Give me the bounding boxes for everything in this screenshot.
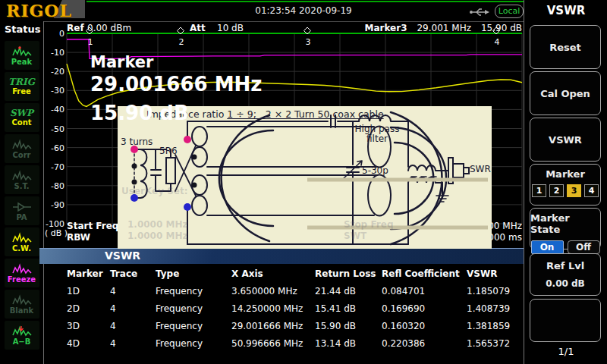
status-item-pa: PA	[5, 196, 39, 225]
svg-text:2: 2	[179, 37, 184, 47]
status-item-peak: Peak	[5, 41, 39, 70]
status-label: Free	[12, 87, 31, 96]
ref-value: 0.00 dBm	[87, 23, 131, 33]
status-label: A−B	[13, 337, 31, 346]
ghost-stop-label: Stop Freq	[344, 219, 393, 230]
on-off-row: On Off	[531, 240, 600, 254]
marker-state-on[interactable]: On	[531, 240, 564, 254]
table-cell: 1.408739	[467, 300, 524, 318]
svg-text:-40: -40	[51, 105, 64, 115]
big-marker-title: Marker	[90, 53, 153, 71]
status-label: Blank	[10, 306, 34, 315]
marker-key-1[interactable]: 1	[532, 184, 546, 197]
table-cell: 3.650000 MHz	[231, 283, 315, 300]
svg-text:4: 4	[495, 37, 500, 47]
status-item-st: S.T.	[5, 165, 39, 194]
swp-text-icon: SWP	[10, 108, 33, 118]
big-marker-level: 15.90 dB	[90, 102, 189, 124]
col-header: Return Loss	[315, 265, 382, 283]
marker-readout: Marker3 29.001 MHz 15.90 dB	[364, 23, 522, 33]
status-item-cw: C.W.	[5, 228, 39, 256]
big-marker-freq: 29.001666 MHz	[90, 73, 262, 96]
ref-lvl-value: 0.00 dB	[546, 278, 585, 289]
table-cell: 1.565372	[467, 335, 524, 353]
marker-readout-freq: 29.001 MHz	[417, 23, 470, 33]
page-indicator: 1/1	[524, 346, 607, 357]
status-label: PA	[16, 213, 27, 221]
table-cell: 4	[110, 300, 156, 318]
svg-text:3: 3	[306, 37, 311, 47]
svg-text:-70: -70	[51, 162, 64, 172]
blank-softkey	[530, 299, 601, 342]
ref-lvl-button[interactable]: Ref Lvl 0.00 dB	[530, 253, 601, 296]
circuit-diagram-overlay: Impedance ratio 1 ÷ 9; 2 × 2 Turn 50 coa…	[118, 106, 492, 249]
table-cell: 1.381859	[467, 318, 524, 335]
table-cell: 2D	[67, 300, 110, 318]
resistor-label: 5R6	[159, 146, 178, 156]
marker-select-button[interactable]: Marker 1 2 3 4	[530, 164, 601, 206]
waveform-peak-icon	[12, 46, 32, 58]
ghost-swt-label: SWT	[344, 231, 366, 241]
table-cell: 4	[110, 318, 156, 335]
marker-state-button[interactable]: Marker State On Off	[530, 208, 601, 249]
status-label: Freeze	[8, 275, 36, 284]
status-label: Corr	[12, 151, 30, 159]
svg-text:-50: -50	[51, 124, 64, 134]
marker-table: Marker Trace Type X Axis Return Loss Ref…	[67, 265, 524, 353]
waveform-corr-icon	[12, 139, 32, 151]
table-cell: 15.41 dB	[315, 300, 382, 318]
rigol-logo: RIGOL	[0, 0, 85, 21]
variable-cap-label: 5-30p	[362, 165, 388, 176]
status-panel: Status Peak TRIG Free SWP Cont Corr S.T.	[0, 21, 44, 364]
status-item-blank: Blank	[5, 290, 39, 318]
col-header: Type	[156, 265, 231, 283]
reset-button[interactable]: Reset	[530, 25, 601, 69]
marker-state-off[interactable]: Off	[568, 240, 600, 254]
menu-title: VSWR	[524, 4, 607, 17]
table-cell: 1D	[67, 283, 110, 300]
rbw-label: RBW	[67, 232, 90, 243]
analyzer-screen: RIGOL 01:23:54 2020-09-19 Local Status P…	[0, 0, 607, 364]
svg-text:-90: -90	[51, 200, 64, 210]
vswr-button[interactable]: VSWR	[530, 118, 601, 162]
table-cell: 13.14 dB	[315, 335, 382, 353]
table-cell: 1.185079	[467, 283, 524, 300]
status-item-swp: SWP Cont	[5, 103, 39, 132]
swr-port-label: SWR	[470, 164, 491, 174]
usb-icon	[469, 7, 490, 17]
status-header: Status	[5, 24, 41, 35]
marker-select-label: Marker	[546, 168, 585, 180]
high-pass-filter-label: High pass filter	[353, 124, 401, 144]
marker-key-4[interactable]: 4	[584, 184, 599, 197]
status-items: Peak TRIG Free SWP Cont Corr S.T. PA	[0, 41, 43, 350]
col-header: Refl Coefficient	[382, 265, 467, 283]
table-cell: 15.90 dB	[315, 318, 382, 335]
brand-text: RIGOL	[6, 1, 72, 20]
status-item-freeze: Freeze	[5, 259, 39, 287]
status-item-corr: Corr	[5, 134, 39, 163]
col-header: Marker	[67, 265, 110, 283]
ghost-userkey-text: UserKey Set:	[121, 186, 188, 196]
cal-open-button-label: Cal Open	[540, 88, 590, 99]
col-header: VSWR	[467, 265, 524, 283]
svg-text:-60: -60	[51, 143, 64, 153]
vswr-button-label: VSWR	[549, 134, 582, 146]
softkey-panel: VSWR Reset Cal Open VSWR Marker 1 2 3 4 …	[524, 0, 607, 364]
status-item-ab: A−B	[5, 321, 39, 350]
start-freq-label: Start Freq	[67, 221, 118, 231]
table-cell: 0.084701	[382, 283, 467, 300]
marker-key-2[interactable]: 2	[549, 184, 564, 197]
marker-state-label: Marker State	[530, 212, 600, 235]
table-cell: 21.44 dB	[315, 283, 382, 300]
table-cell: Frequency	[156, 300, 231, 318]
waveform-st-icon	[12, 170, 32, 182]
reset-button-label: Reset	[549, 42, 581, 53]
svg-text:-80: -80	[51, 181, 64, 191]
ghost-rbw-value: 1.0000 MHz	[127, 231, 187, 241]
table-cell: 4	[110, 335, 156, 353]
marker-key-3[interactable]: 3	[567, 184, 581, 197]
cal-open-button[interactable]: Cal Open	[530, 71, 601, 115]
table-cell: 3D	[67, 318, 110, 335]
amplifier-icon	[12, 201, 32, 213]
col-header: Trace	[110, 265, 156, 283]
